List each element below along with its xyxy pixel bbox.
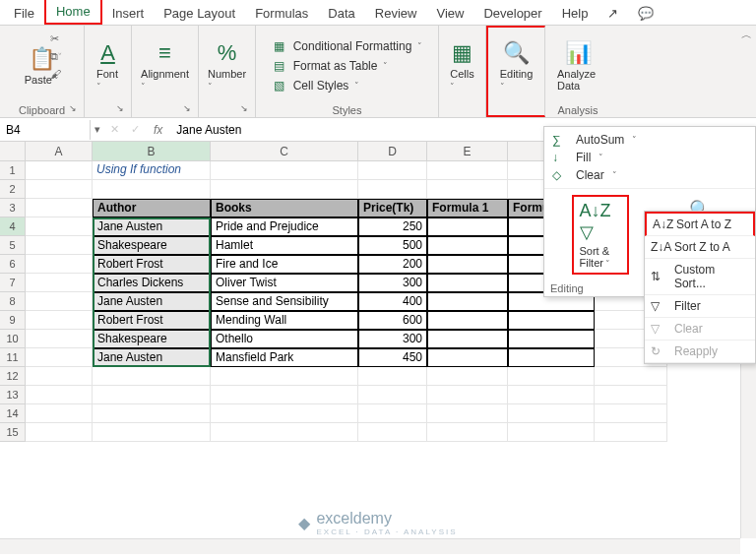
row-header-12[interactable]: 12	[0, 367, 26, 386]
cell[interactable]: Books	[211, 199, 358, 217]
cells-button[interactable]: ▦ Cells	[444, 36, 479, 95]
cell[interactable]	[93, 423, 211, 442]
format-painter-icon[interactable]: 🖌	[47, 67, 65, 81]
cell[interactable]	[595, 423, 667, 442]
cell[interactable]	[93, 367, 211, 386]
cell[interactable]	[427, 255, 508, 274]
cut-icon[interactable]: ✂	[47, 31, 65, 46]
cell[interactable]	[358, 180, 427, 199]
number-button[interactable]: % Number	[202, 36, 252, 95]
cell[interactable]: Robert Frost	[93, 255, 211, 274]
cell[interactable]	[508, 423, 595, 442]
row-header-8[interactable]: 8	[0, 292, 26, 311]
sort-filter-button[interactable]: A↓Z ▽ Sort & Filter	[572, 195, 629, 275]
row-header-15[interactable]: 15	[0, 423, 26, 442]
cell[interactable]	[427, 217, 508, 236]
cell[interactable]: Shakespeare	[93, 236, 211, 255]
cell[interactable]	[26, 274, 93, 292]
tab-formulas[interactable]: Formulas	[245, 2, 318, 25]
sort-z-to-a-button[interactable]: Z↓ASort Z to A	[645, 236, 755, 259]
cell[interactable]	[211, 161, 358, 180]
row-header-3[interactable]: 3	[0, 199, 26, 217]
cell[interactable]	[26, 255, 93, 274]
cell[interactable]: 300	[358, 274, 427, 292]
row-header-9[interactable]: 9	[0, 311, 26, 330]
cell[interactable]: Oliver Twist	[211, 274, 358, 292]
cell[interactable]	[508, 330, 595, 348]
cell[interactable]	[26, 199, 93, 217]
fx-icon[interactable]: fx	[146, 123, 170, 137]
conditional-formatting-button[interactable]: ▦Conditional Formatting	[270, 38, 425, 54]
cell[interactable]	[26, 180, 93, 199]
cell[interactable]: Price(Tk)	[358, 199, 427, 217]
column-header-D[interactable]: D	[358, 142, 427, 161]
cell[interactable]	[26, 367, 93, 386]
fill-button[interactable]: ↓Fill	[548, 149, 751, 166]
cell[interactable]	[427, 367, 508, 386]
row-header-10[interactable]: 10	[0, 330, 26, 348]
column-header-B[interactable]: B	[93, 142, 211, 161]
cell[interactable]	[427, 274, 508, 292]
tab-developer[interactable]: Developer	[473, 2, 551, 25]
font-launcher[interactable]: ↘	[116, 103, 128, 115]
cell[interactable]	[26, 423, 93, 442]
sort-a-to-z-button[interactable]: A↓ZSort A to Z	[645, 212, 755, 236]
cell[interactable]	[508, 348, 595, 367]
cell[interactable]	[358, 423, 427, 442]
cell[interactable]	[427, 348, 508, 367]
column-header-A[interactable]: A	[26, 142, 93, 161]
row-header-14[interactable]: 14	[0, 404, 26, 423]
cell-styles-button[interactable]: ▧Cell Styles	[270, 78, 362, 93]
cell[interactable]	[211, 367, 358, 386]
row-header-11[interactable]: 11	[0, 348, 26, 367]
cell[interactable]	[427, 311, 508, 330]
column-header-C[interactable]: C	[211, 142, 358, 161]
custom-sort-button[interactable]: ⇅Custom Sort...	[645, 259, 755, 295]
cell[interactable]	[26, 292, 93, 311]
font-button[interactable]: A Font	[91, 36, 125, 95]
row-header-4[interactable]: 4	[0, 217, 26, 236]
cell[interactable]: Hamlet	[211, 236, 358, 255]
cell[interactable]: Mending Wall	[211, 311, 358, 330]
cell[interactable]: Othello	[211, 330, 358, 348]
cell[interactable]: Charles Dickens	[93, 274, 211, 292]
cell[interactable]: 300	[358, 330, 427, 348]
format-as-table-button[interactable]: ▤Format as Table	[270, 58, 391, 74]
clipboard-launcher[interactable]: ↘	[69, 103, 81, 115]
cell[interactable]	[427, 404, 508, 423]
tab-home[interactable]: Home	[44, 0, 102, 25]
cell[interactable]	[26, 236, 93, 255]
cell[interactable]	[26, 404, 93, 423]
cell[interactable]: Robert Frost	[93, 311, 211, 330]
cell[interactable]	[26, 311, 93, 330]
horizontal-scrollbar[interactable]	[0, 538, 740, 554]
cell[interactable]	[211, 404, 358, 423]
cell[interactable]	[508, 311, 595, 330]
cell[interactable]	[26, 217, 93, 236]
cell[interactable]	[427, 423, 508, 442]
cell[interactable]: Jane Austen	[93, 348, 211, 367]
cell[interactable]: Jane Austen	[93, 292, 211, 311]
row-header-5[interactable]: 5	[0, 236, 26, 255]
editing-button[interactable]: 🔍 Editing	[494, 36, 539, 95]
cell[interactable]	[508, 404, 595, 423]
cell[interactable]	[26, 386, 93, 404]
tab-view[interactable]: View	[426, 2, 473, 25]
cell[interactable]	[508, 386, 595, 404]
cell[interactable]	[93, 180, 211, 199]
cell[interactable]: 600	[358, 311, 427, 330]
row-header-6[interactable]: 6	[0, 255, 26, 274]
cell[interactable]: Sense and Sensibility	[211, 292, 358, 311]
enter-icon[interactable]: ✓	[125, 123, 146, 136]
row-header-2[interactable]: 2	[0, 180, 26, 199]
clear-button[interactable]: ◇Clear	[548, 166, 751, 184]
cell[interactable]: Shakespeare	[93, 330, 211, 348]
tab-data[interactable]: Data	[318, 2, 364, 25]
name-box[interactable]: B4	[0, 120, 91, 140]
cancel-icon[interactable]: ✕	[104, 123, 125, 136]
tab-file[interactable]: File	[4, 2, 44, 25]
cell[interactable]: Fire and Ice	[211, 255, 358, 274]
cell[interactable]	[93, 386, 211, 404]
cell[interactable]	[427, 292, 508, 311]
row-header-1[interactable]: 1	[0, 161, 26, 180]
